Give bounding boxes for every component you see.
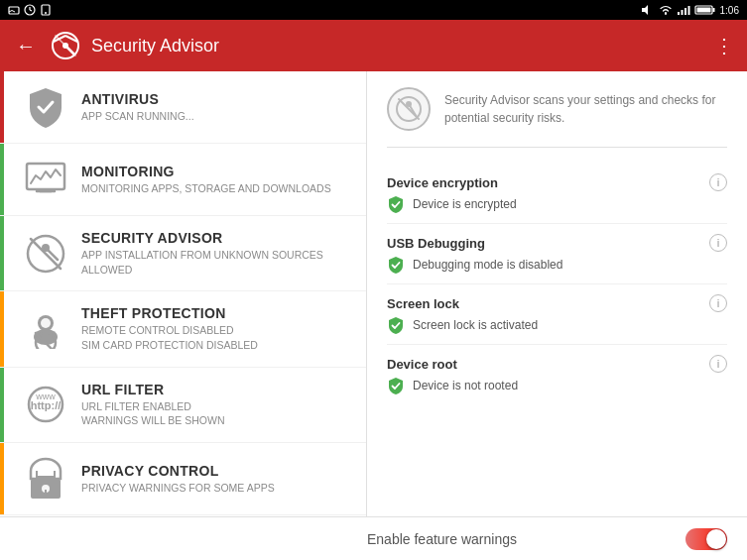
svg-rect-13 — [696, 8, 710, 13]
back-button[interactable]: ← — [12, 35, 40, 57]
security-item-encryption[interactable]: Device encryption i Device is encrypted — [387, 164, 727, 224]
root-check-icon — [387, 377, 405, 394]
advisor-description: Security Advisor scans your settings and… — [444, 87, 727, 127]
privacy-control-text: PRIVACY CONTROL PRIVACY WARNINGS FOR SOM… — [81, 463, 350, 496]
encryption-info-button[interactable]: i — [709, 173, 727, 191]
svg-rect-8 — [681, 10, 683, 15]
encryption-status-text: Device is encrypted — [413, 197, 517, 211]
indicator-security-advisor — [0, 216, 4, 290]
status-bar: 1:06 — [0, 0, 747, 20]
volume-icon — [641, 4, 655, 16]
monitoring-title: MONITORING — [81, 164, 350, 179]
root-status: Device is not rooted — [387, 377, 727, 394]
screenlock-status: Screen lock is activated — [387, 316, 727, 334]
indicator-url-filter — [0, 368, 4, 442]
svg-rect-20 — [27, 164, 64, 189]
security-advisor-menu-icon — [24, 232, 67, 276]
svg-marker-6 — [642, 5, 648, 15]
cast-icon — [8, 4, 20, 16]
usb-check-icon — [387, 256, 405, 274]
usb-info-button[interactable]: i — [709, 234, 727, 252]
left-panel: ANTIVIRUS APP SCAN RUNNING... MONITORING… — [0, 71, 367, 516]
top-bar: ← Security Advisor ⋮ — [0, 20, 747, 71]
indicator-antivirus — [0, 71, 4, 143]
clock-icon — [24, 4, 36, 16]
usb-title: USB Debugging — [387, 236, 485, 251]
menu-item-antivirus[interactable]: ANTIVIRUS APP SCAN RUNNING... — [0, 71, 366, 144]
status-bar-left — [8, 4, 52, 16]
menu-item-url-filter[interactable]: http:// www URL FILTER URL FILTER ENABLE… — [0, 368, 366, 443]
monitoring-subtitle: MONITORING APPS, STORAGE AND DOWNLOADS — [81, 181, 350, 196]
bottom-bar: Enable feature warnings — [0, 516, 747, 560]
privacy-control-icon — [24, 457, 67, 501]
theft-protection-icon — [24, 307, 67, 351]
antivirus-icon — [24, 85, 67, 129]
security-items-list: Device encryption i Device is encrypted … — [387, 164, 727, 404]
monitoring-text: MONITORING MONITORING APPS, STORAGE AND … — [81, 164, 350, 196]
menu-item-security-advisor[interactable]: SECURITY ADVISOR APP INSTALLATION FROM U… — [0, 216, 366, 291]
svg-point-28 — [41, 318, 51, 328]
menu-item-privacy-control[interactable]: PRIVACY CONTROL PRIVACY WARNINGS FOR SOM… — [0, 443, 366, 515]
advisor-icon — [387, 87, 431, 131]
privacy-control-subtitle: PRIVACY WARNINGS FOR SOME APPS — [81, 481, 350, 496]
encryption-title: Device encryption — [387, 175, 498, 190]
security-advisor-title: SECURITY ADVISOR — [81, 230, 350, 246]
indicator-monitoring — [0, 144, 4, 215]
antivirus-title: ANTIVIRUS — [81, 91, 350, 107]
svg-line-24 — [31, 239, 61, 269]
battery-icon — [694, 4, 716, 16]
menu-item-monitoring[interactable]: MONITORING MONITORING APPS, STORAGE AND … — [0, 144, 366, 216]
root-title: Device root — [387, 357, 457, 372]
url-filter-icon: http:// www — [24, 383, 67, 426]
feature-warnings-label: Enable feature warnings — [367, 531, 517, 547]
time-display: 1:06 — [720, 5, 739, 16]
security-item-root[interactable]: Device root i Device is not rooted — [387, 345, 727, 404]
screenlock-info-button[interactable]: i — [709, 294, 727, 312]
root-info-button[interactable]: i — [709, 355, 727, 373]
theft-protection-title: THEFT PROTECTION — [81, 305, 350, 321]
security-advisor-text: SECURITY ADVISOR APP INSTALLATION FROM U… — [81, 230, 350, 277]
indicator-theft-protection — [0, 291, 4, 366]
security-item-screenlock[interactable]: Screen lock i Screen lock is activated — [387, 284, 727, 345]
monitoring-icon — [24, 158, 67, 201]
svg-line-26 — [46, 248, 58, 260]
feature-warnings-toggle[interactable] — [685, 528, 727, 550]
advisor-header: Security Advisor scans your settings and… — [387, 87, 727, 148]
antivirus-subtitle: APP SCAN RUNNING... — [81, 109, 350, 124]
status-bar-right: 1:06 — [641, 4, 739, 16]
page-title: Security Advisor — [91, 36, 702, 56]
signal-icon — [677, 4, 690, 16]
right-panel: Security Advisor scans your settings and… — [367, 71, 747, 516]
main-content: ANTIVIRUS APP SCAN RUNNING... MONITORING… — [0, 71, 747, 516]
screenlock-title: Screen lock — [387, 296, 459, 311]
antivirus-text: ANTIVIRUS APP SCAN RUNNING... — [81, 91, 350, 124]
privacy-control-title: PRIVACY CONTROL — [81, 463, 350, 479]
toggle-knob — [706, 529, 726, 549]
phone-icon — [40, 4, 52, 16]
overflow-menu-button[interactable]: ⋮ — [714, 34, 735, 57]
security-item-screenlock-header: Screen lock i — [387, 294, 727, 312]
encryption-status: Device is encrypted — [387, 195, 727, 213]
security-item-encryption-header: Device encryption i — [387, 173, 727, 191]
screenlock-check-icon — [387, 316, 405, 334]
url-filter-title: URL FILTER — [81, 382, 350, 397]
svg-line-3 — [30, 10, 32, 11]
svg-rect-10 — [687, 6, 689, 15]
theft-protection-subtitle: REMOTE CONTROL DISABLED SIM CARD PROTECT… — [81, 323, 350, 352]
security-item-usb[interactable]: USB Debugging i Debugging mode is disabl… — [387, 224, 727, 284]
svg-text:www: www — [35, 392, 56, 401]
url-filter-text: URL FILTER URL FILTER ENABLED WARNINGS W… — [81, 382, 350, 428]
menu-item-theft-protection[interactable]: THEFT PROTECTION REMOTE CONTROL DISABLED… — [0, 291, 366, 367]
wifi-icon — [659, 4, 673, 16]
indicator-privacy-control — [0, 443, 4, 514]
security-advisor-subtitle: APP INSTALLATION FROM UNKNOWN SOURCES AL… — [81, 248, 350, 277]
security-advisor-icon — [52, 32, 79, 59]
svg-rect-9 — [685, 8, 686, 15]
usb-status: Debugging mode is disabled — [387, 256, 727, 274]
root-status-text: Device is not rooted — [413, 379, 518, 392]
theft-protection-text: THEFT PROTECTION REMOTE CONTROL DISABLED… — [81, 305, 350, 352]
url-filter-subtitle: URL FILTER ENABLED WARNINGS WILL BE SHOW… — [81, 399, 350, 428]
svg-point-5 — [45, 12, 47, 14]
svg-rect-7 — [678, 12, 680, 15]
screenlock-status-text: Screen lock is activated — [413, 318, 538, 332]
